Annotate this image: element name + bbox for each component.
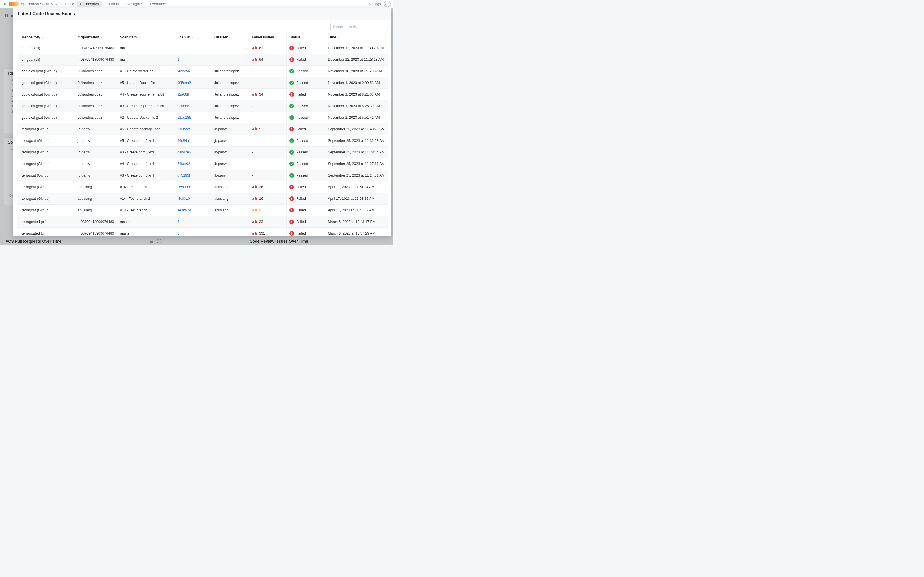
cell-scan-id[interactable]: 64fae02: [174, 158, 211, 170]
cell-git-user: Juliandreslopez: [211, 112, 249, 124]
fail-icon: !: [289, 57, 294, 62]
cell-time: September 25, 2023 at 11:43:23 AM: [325, 124, 387, 135]
col-header-organization[interactable]: Organization↓↑: [75, 32, 117, 42]
col-header-git-user[interactable]: Git user↓↑: [211, 32, 249, 42]
cell-org: abuslang: [75, 205, 117, 216]
cell-scan-id[interactable]: 4: [174, 216, 211, 228]
cell-status: !Failed: [287, 205, 325, 216]
cell-scan-id[interactable]: 61ad185: [174, 112, 211, 124]
table-row[interactable]: gcp-cicd-goat (Github)Juliandreslopez#5 …: [17, 77, 387, 89]
sort-icon: ↓↑: [138, 36, 139, 39]
cell-scan-id[interactable]: 313bee5: [174, 124, 211, 135]
nav-dashboards[interactable]: Dashboards: [77, 1, 102, 7]
cell-org: jb-panw: [75, 124, 117, 135]
table-row[interactable]: cfngoat (cli)...03709418909076480main164…: [17, 54, 387, 66]
cell-status: ✓Passed: [287, 100, 325, 112]
modal-header: Latest Code Review Scans: [13, 8, 392, 20]
col-header-scan-item[interactable]: Scan Item↓↑: [117, 32, 174, 42]
cell-time: November 1, 2023 at 5:51:41 AM: [325, 112, 387, 124]
cell-scan-id[interactable]: ae1b974: [174, 205, 211, 216]
brand-badge-icon: [9, 2, 19, 6]
cell-failed: -: [249, 170, 287, 181]
score-gauge-icon[interactable]: 77%: [384, 0, 391, 7]
col-header-scan-id[interactable]: Scan ID↓↑: [174, 32, 211, 42]
cell-scan-id[interactable]: d75193f: [174, 170, 211, 181]
cell-scan-id[interactable]: f4c8310: [174, 193, 211, 205]
cell-scan-id[interactable]: a5580e8: [174, 181, 211, 193]
table-row[interactable]: terragoat (Github)jb-panw#6 - Update pac…: [17, 124, 387, 135]
settings-link[interactable]: Settings: [368, 2, 381, 6]
app-switcher-label[interactable]: Application Security: [21, 2, 53, 6]
table-row[interactable]: terragoated (cli)...03709418909076480mas…: [17, 228, 387, 236]
table-row[interactable]: terragoat (Github)jb-panw#3 - Create pom…: [17, 147, 387, 158]
table-row[interactable]: terragoat (Github)jb-panw#3 - Create pom…: [17, 170, 387, 181]
pass-icon: ✓: [289, 139, 294, 143]
chevron-down-icon[interactable]: ⌄: [54, 2, 57, 6]
status-text: Passed: [296, 69, 308, 73]
table-row[interactable]: terragoat (Github)jb-panw#4 - Create pom…: [17, 158, 387, 170]
cell-scan-id[interactable]: 12a68ff: [174, 89, 211, 100]
col-header-status[interactable]: Status↓↑: [287, 32, 325, 42]
nav-home[interactable]: Home: [62, 1, 77, 7]
scan-id-link: 1: [177, 58, 179, 61]
table-row[interactable]: terragoat (Github)abuslang#14 - Test bra…: [17, 193, 387, 205]
table-row[interactable]: gcp-cicd-goat (Github)Juliandreslopez#2 …: [17, 112, 387, 124]
cell-time: November 1, 2023 at 6:25:39 AM: [325, 100, 387, 112]
cell-org: jb-panw: [75, 147, 117, 158]
cell-org: Juliandreslopez: [75, 89, 117, 100]
table-scroll[interactable]: Repository↓↑Organization↓↑Scan Item↓↑Sca…: [13, 32, 392, 236]
col-header-repository[interactable]: Repository↓↑: [17, 32, 75, 42]
cell-repo: terragoat (Github): [17, 193, 75, 205]
cell-git-user: [211, 42, 249, 54]
cell-org: jb-panw: [75, 135, 117, 147]
sort-icon: ↓↑: [191, 36, 193, 39]
cell-scan-id[interactable]: 2: [174, 42, 211, 54]
cell-repo: terragoat (Github): [17, 147, 75, 158]
cell-repo: terragoated (cli): [17, 216, 75, 228]
cell-scan-id[interactable]: 03ff8e6: [174, 100, 211, 112]
severity-bars-icon: [252, 208, 257, 211]
cell-failed: -: [249, 135, 287, 147]
table-row[interactable]: gcp-cicd-goat (Github)Juliandreslopez#1 …: [17, 66, 387, 77]
table-row[interactable]: terragoat (Github)abuslang#14 - Test bra…: [17, 181, 387, 193]
cell-status: ✓Passed: [287, 77, 325, 89]
cell-org: abuslang: [75, 193, 117, 205]
scan-id-link: 905caa2: [177, 81, 191, 85]
cell-org: jb-panw: [75, 170, 117, 181]
cell-git-user: Juliandreslopez: [211, 77, 249, 89]
table-row[interactable]: cfngoat (cli)...03709418909076480main261…: [17, 42, 387, 54]
cell-git-user: Juliandreslopez: [211, 89, 249, 100]
modal-overlay[interactable]: Latest Code Review Scans Repository↓↑Org…: [0, 8, 393, 245]
table-row[interactable]: terragoat (Github)abuslang#13 - Test bra…: [17, 205, 387, 216]
table-row[interactable]: gcp-cicd-goat (Github)Juliandreslopez#4 …: [17, 89, 387, 100]
severity-bars-icon: [252, 127, 257, 130]
cell-scan-id[interactable]: 905caa2: [174, 77, 211, 89]
fail-icon: !: [289, 208, 294, 213]
cell-failed: 64: [249, 54, 287, 66]
cell-git-user: Juliandreslopez: [211, 66, 249, 77]
table-row[interactable]: terragoat (Github)jb-panw#5 - Create pom…: [17, 135, 387, 147]
cell-failed: 34: [249, 89, 287, 100]
nav-governance[interactable]: Governance: [145, 1, 169, 7]
col-header-time[interactable]: Time↓↑: [325, 32, 387, 42]
cell-failed: -: [249, 77, 287, 89]
table-row[interactable]: gcp-cicd-goat (Github)Juliandreslopez#3 …: [17, 100, 387, 112]
nav-investigate[interactable]: Investigate: [122, 1, 144, 7]
sort-icon: ↓↑: [337, 36, 339, 39]
col-header-failed-issues[interactable]: Failed issues↓↑: [249, 32, 287, 42]
cell-scan-id[interactable]: 44c84a1: [174, 135, 211, 147]
scan-id-link: 3: [177, 231, 179, 235]
search-input[interactable]: [331, 23, 387, 31]
cell-time: November 1, 2023 at 8:21:03 AM: [325, 89, 387, 100]
scan-id-link: d75193f: [177, 174, 190, 177]
cell-scan-item: #2 - Update Dockerfile 2: [117, 112, 174, 124]
cell-repo: terragoated (cli): [17, 228, 75, 236]
table-row[interactable]: terragoated (cli)...03709418909076480mas…: [17, 216, 387, 228]
severity-bars-icon: [252, 232, 257, 235]
cell-scan-id[interactable]: 1: [174, 54, 211, 66]
cell-scan-id[interactable]: 3: [174, 228, 211, 236]
cell-git-user: jb-panw: [211, 124, 249, 135]
cell-scan-id[interactable]: c4b97e6: [174, 147, 211, 158]
nav-inventory[interactable]: Inventory: [102, 1, 122, 7]
cell-scan-id[interactable]: f4bbc56: [174, 66, 211, 77]
